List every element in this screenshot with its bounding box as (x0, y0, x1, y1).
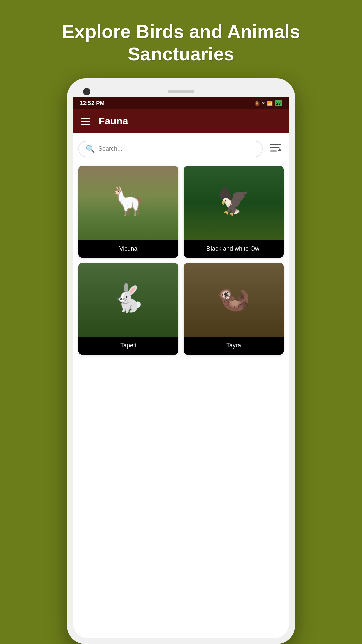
bell-mute-icon: 🔕 (254, 101, 260, 106)
hamburger-line-2 (81, 121, 90, 122)
animal-label-tapeti: Tapeti (78, 337, 178, 355)
sim-icon: ✕ (262, 101, 265, 106)
sort-filter-button[interactable] (267, 140, 284, 158)
search-input[interactable] (98, 145, 255, 152)
status-icons: 🔕 ✕ 📶 23 (254, 100, 282, 106)
phone-frame: 12:52 PM 🔕 ✕ 📶 23 Fauna 🔍 (67, 78, 295, 644)
page-title: Explore Birds and Animals Sanctuaries (35, 0, 327, 78)
animal-grid: VicunaBlack and white OwlTapetiTayra (78, 166, 284, 355)
app-bar: Fauna (73, 109, 289, 133)
animal-card-vicuna[interactable]: Vicuna (78, 166, 178, 258)
animal-card-owl[interactable]: Black and white Owl (184, 166, 284, 258)
hamburger-line-1 (81, 118, 90, 119)
status-time: 12:52 PM (80, 100, 105, 107)
hamburger-menu-button[interactable] (81, 118, 90, 125)
hamburger-line-3 (81, 124, 90, 125)
animal-card-tayra[interactable]: Tayra (184, 263, 284, 355)
phone-top-bezel (73, 85, 289, 97)
search-input-wrapper: 🔍 (78, 141, 263, 157)
search-bar-row: 🔍 (78, 140, 284, 158)
animal-card-tapeti[interactable]: Tapeti (78, 263, 178, 355)
status-bar: 12:52 PM 🔕 ✕ 📶 23 (73, 97, 289, 109)
speaker-grille (168, 90, 194, 93)
animal-image-vicuna (78, 166, 178, 240)
svg-marker-3 (278, 148, 282, 151)
app-title: Fauna (99, 115, 128, 127)
content-area: 🔍 VicunaBlack and white OwlTapetiTayra (73, 133, 289, 638)
animal-label-owl: Black and white Owl (184, 240, 284, 258)
battery-indicator: 23 (275, 100, 282, 106)
animal-label-tayra: Tayra (184, 337, 284, 355)
sort-filter-icon (269, 142, 282, 154)
search-icon: 🔍 (86, 145, 95, 153)
animal-image-tayra (184, 263, 284, 337)
animal-label-vicuna: Vicuna (78, 240, 178, 258)
wifi-icon: 📶 (267, 101, 273, 106)
camera-dot (83, 88, 90, 95)
animal-image-tapeti (78, 263, 178, 337)
animal-image-owl (184, 166, 284, 240)
